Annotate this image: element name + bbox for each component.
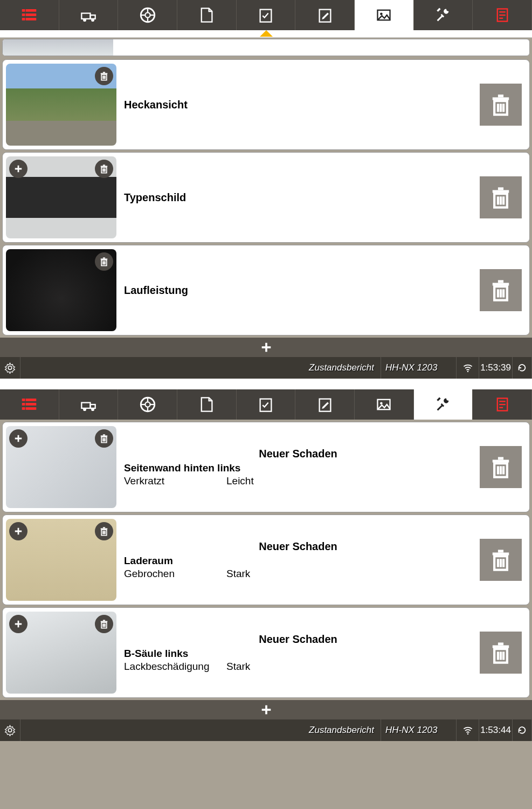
photo-card[interactable]: Typenschild: [2, 152, 530, 243]
wifi-icon: [457, 719, 479, 741]
thumbnail-add-button[interactable]: [9, 615, 27, 633]
tab-indicator-row: [0, 30, 532, 38]
yellow-arrow-icon: [260, 30, 273, 37]
photo-icon: [376, 396, 392, 413]
wifi-icon: [457, 357, 479, 379]
add-damage-bar[interactable]: [0, 700, 532, 719]
tab-doc[interactable]: [177, 389, 237, 420]
damage-header: Neuer Schaden: [124, 633, 472, 646]
damage-severity: Stark: [226, 568, 250, 580]
tab-form-edit[interactable]: [295, 0, 355, 30]
tab-wheel[interactable]: [118, 389, 177, 420]
tab-truck[interactable]: [59, 0, 119, 30]
damage-header: Neuer Schaden: [124, 540, 472, 553]
thumbnail-delete-button[interactable]: [95, 67, 113, 85]
tab-bar: [0, 389, 532, 420]
add-photo-bar[interactable]: [0, 338, 532, 357]
wheel-icon: [140, 7, 156, 23]
damage-location: Laderaum: [124, 555, 472, 567]
thumbnail-delete-button[interactable]: [95, 522, 113, 540]
photo-label: Typenschild: [124, 191, 472, 204]
tab-wheel[interactable]: [118, 0, 177, 30]
partial-previous-card[interactable]: [2, 39, 530, 56]
status-bar: Zustandsbericht HH-NX 1203 1:53:44: [0, 719, 532, 741]
report-icon: [494, 396, 510, 413]
status-plate: HH-NX 1203: [381, 719, 457, 741]
sync-button[interactable]: [513, 719, 532, 741]
form-check-icon: [258, 396, 274, 413]
delete-card-button[interactable]: [480, 539, 522, 581]
delete-card-button[interactable]: [480, 176, 522, 218]
list-icon: [21, 396, 37, 413]
thumbnail-add-button[interactable]: [9, 160, 27, 178]
tab-list[interactable]: [0, 0, 59, 30]
photo-label-area: Heckansicht: [124, 99, 472, 111]
photo-label: Heckansicht: [124, 99, 472, 111]
tab-tools[interactable]: [414, 389, 473, 420]
tab-form-check[interactable]: [237, 0, 296, 30]
status-plate: HH-NX 1203: [381, 357, 457, 379]
status-title: Zustandsbericht: [20, 357, 381, 379]
damage-card[interactable]: Neuer Schaden Laderaum Gebrochen Stark: [2, 515, 530, 605]
photo-thumbnail[interactable]: [6, 249, 116, 331]
thumbnail-add-button[interactable]: [9, 429, 27, 448]
tab-truck[interactable]: [59, 389, 119, 420]
tab-report[interactable]: [473, 0, 532, 30]
photo-label-area: Typenschild: [124, 191, 472, 204]
delete-card-button[interactable]: [480, 84, 522, 126]
status-time: 1:53:44: [479, 719, 513, 741]
wheel-icon: [140, 396, 156, 413]
photo-thumbnail[interactable]: [6, 64, 116, 146]
thumbnail-delete-button[interactable]: [95, 160, 113, 178]
damage-thumbnail[interactable]: [6, 612, 116, 694]
tab-form-edit[interactable]: [295, 389, 355, 420]
delete-card-button[interactable]: [480, 632, 522, 674]
photo-label: Laufleistung: [124, 284, 472, 297]
photo-card[interactable]: Laufleistung: [2, 245, 530, 335]
status-title: Zustandsbericht: [20, 719, 381, 741]
settings-button[interactable]: [0, 357, 20, 379]
screen-photos: Heckansicht Typenschild Laufleistung Zus…: [0, 0, 532, 379]
damage-thumbnail[interactable]: [6, 426, 116, 508]
list-icon: [21, 7, 37, 23]
photo-thumbnail[interactable]: [6, 156, 116, 238]
tab-tools[interactable]: [414, 0, 473, 30]
form-edit-icon: [317, 7, 333, 23]
tools-icon: [435, 7, 451, 23]
thumbnail-delete-button[interactable]: [95, 252, 113, 271]
thumbnail-add-button[interactable]: [9, 522, 27, 540]
tab-form-check[interactable]: [237, 389, 296, 420]
delete-card-button[interactable]: [480, 269, 522, 311]
status-bar: Zustandsbericht HH-NX 1203 1:53:39: [0, 357, 532, 379]
thumbnail-delete-button[interactable]: [95, 429, 113, 448]
damage-severity: Leicht: [226, 475, 254, 487]
sync-button[interactable]: [513, 357, 532, 379]
damage-location: Seitenwand hinten links: [124, 462, 472, 474]
status-time: 1:53:39: [479, 357, 513, 379]
tab-bar: [0, 0, 532, 30]
damage-location: B-Säule links: [124, 648, 472, 660]
damage-card[interactable]: Neuer Schaden B-Säule links Lackbeschädi…: [2, 607, 530, 698]
thumbnail-partial: [3, 39, 113, 56]
damage-type: Verkratzt: [124, 475, 226, 487]
tab-list[interactable]: [0, 389, 59, 420]
tab-doc[interactable]: [177, 0, 237, 30]
thumbnail-delete-button[interactable]: [95, 615, 113, 633]
tab-photo[interactable]: [355, 0, 414, 30]
damage-type: Gebrochen: [124, 568, 226, 580]
tab-photo[interactable]: [355, 389, 414, 420]
damage-header: Neuer Schaden: [124, 448, 472, 460]
report-icon: [494, 7, 510, 23]
form-check-icon: [258, 7, 274, 23]
damage-card[interactable]: Neuer Schaden Seitenwand hinten links Ve…: [2, 422, 530, 512]
damage-text: Neuer Schaden Seitenwand hinten links Ve…: [124, 448, 472, 487]
doc-icon: [198, 396, 215, 413]
tab-report[interactable]: [473, 389, 532, 420]
settings-button[interactable]: [0, 719, 20, 741]
truck-icon: [80, 396, 96, 413]
delete-card-button[interactable]: [480, 446, 522, 488]
damage-thumbnail[interactable]: [6, 519, 116, 601]
photo-card[interactable]: Heckansicht: [2, 59, 530, 150]
form-edit-icon: [317, 396, 333, 413]
damage-text: Neuer Schaden Laderaum Gebrochen Stark: [124, 540, 472, 580]
